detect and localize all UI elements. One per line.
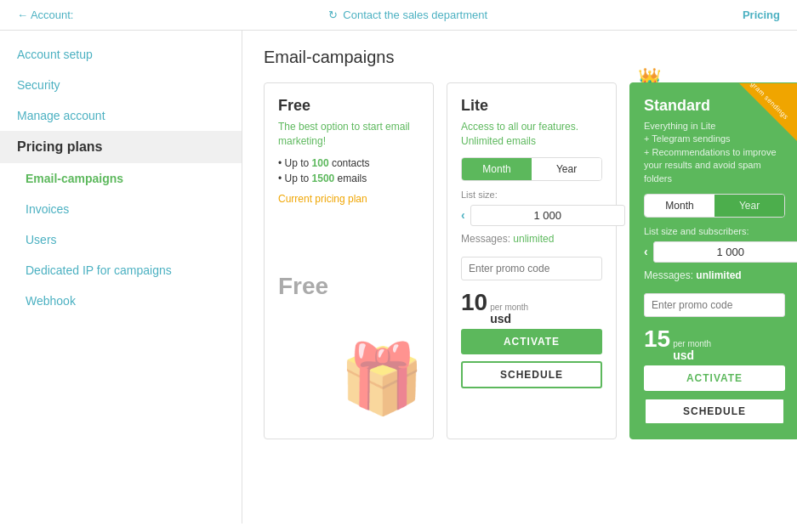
standard-per-month: per month	[673, 340, 711, 348]
lite-price-line: 10 per month usd	[461, 289, 602, 325]
free-plan-name: Free	[278, 97, 419, 115]
standard-activate-button[interactable]: ACTIVATE	[644, 365, 785, 391]
lite-list-size-input[interactable]	[470, 205, 625, 226]
free-plan-card: Free The best option to start email mark…	[264, 82, 434, 439]
sidebar-item-pricing-plans[interactable]: Pricing plans	[0, 131, 242, 163]
lite-price-big: 10	[461, 289, 487, 316]
feature-contacts: Up to 100 contacts	[278, 157, 419, 169]
lite-activate-button[interactable]: ACTIVATE	[461, 329, 602, 354]
standard-plan-card: Telegram sendings Standard Everything in…	[629, 82, 797, 439]
free-price: Free	[278, 273, 419, 300]
lite-schedule-button[interactable]: SCHEDULE	[461, 361, 602, 388]
standard-promo-input[interactable]	[644, 293, 785, 317]
sidebar: Account setup Security Manage account Pr…	[0, 31, 242, 524]
free-plan-desc: The best option to start email marketing…	[278, 120, 419, 149]
lite-toggle-year[interactable]: Year	[532, 158, 601, 180]
standard-list-size-control: ‹ ›	[644, 241, 785, 263]
sidebar-item-manage-account[interactable]: Manage account	[0, 100, 242, 131]
sidebar-item-users[interactable]: Users	[0, 224, 242, 255]
lite-plan-desc: Access to all our features. Unlimited em…	[461, 120, 602, 149]
sidebar-item-email-campaigns[interactable]: Email-campaigns	[0, 163, 242, 194]
lite-list-size-label: List size:	[461, 190, 602, 200]
standard-toggle-year[interactable]: Year	[714, 195, 784, 217]
standard-schedule-button[interactable]: SCHEDULE	[644, 398, 785, 425]
free-plan-features: Up to 100 contacts Up to 1500 emails	[278, 157, 419, 184]
top-bar: ← Account: Contact the sales department …	[0, 0, 797, 31]
lite-plan-name: Lite	[461, 97, 602, 115]
sidebar-item-account-setup[interactable]: Account setup	[0, 39, 242, 70]
sidebar-item-dedicated-ip[interactable]: Dedicated IP for campaigns	[0, 255, 242, 286]
page-title: Email-campaigns	[264, 48, 776, 67]
standard-toggle-month[interactable]: Month	[645, 195, 714, 217]
standard-plan-wrapper: 👑 Telegram sendings Standard Everything …	[629, 82, 797, 439]
gift-watermark: 🎁	[339, 345, 424, 413]
standard-billing-toggle: Month Year	[644, 194, 785, 218]
lite-promo-input[interactable]	[461, 257, 602, 280]
standard-list-size-input[interactable]	[653, 241, 797, 263]
sync-icon	[328, 8, 338, 21]
standard-messages: Messages: unlimited	[644, 269, 785, 281]
sidebar-item-webhook[interactable]: Webhook	[0, 286, 242, 316]
lite-list-size-control: ‹ ›	[461, 205, 602, 226]
contact-sales[interactable]: Contact the sales department	[328, 8, 487, 21]
feature-emails: Up to 1500 emails	[278, 173, 419, 184]
standard-currency: usd	[673, 348, 711, 362]
current-plan-label: Current pricing plan	[278, 193, 419, 205]
standard-price-line: 15 per month usd	[644, 325, 785, 362]
lite-currency: usd	[490, 312, 528, 325]
lite-messages: Messages: unlimited	[461, 233, 602, 245]
standard-list-size-label: List size and subscribers:	[644, 226, 785, 236]
lite-plan-card: Lite Access to all our features. Unlimit…	[447, 82, 617, 439]
lite-list-size-prev[interactable]: ‹	[461, 208, 465, 222]
main-content: Email-campaigns Free The best option to …	[242, 31, 797, 524]
pricing-link[interactable]: Pricing	[743, 8, 780, 21]
lite-per-month: per month	[490, 303, 528, 312]
plans-container: Free The best option to start email mark…	[264, 82, 776, 439]
layout: Account setup Security Manage account Pr…	[0, 31, 797, 524]
lite-billing-toggle: Month Year	[461, 157, 602, 181]
lite-toggle-month[interactable]: Month	[462, 158, 532, 180]
sidebar-item-invoices[interactable]: Invoices	[0, 194, 242, 224]
standard-list-size-prev[interactable]: ‹	[644, 245, 648, 258]
sidebar-item-security[interactable]: Security	[0, 70, 242, 100]
standard-price-big: 15	[644, 325, 670, 353]
back-link[interactable]: ← Account:	[17, 8, 73, 21]
